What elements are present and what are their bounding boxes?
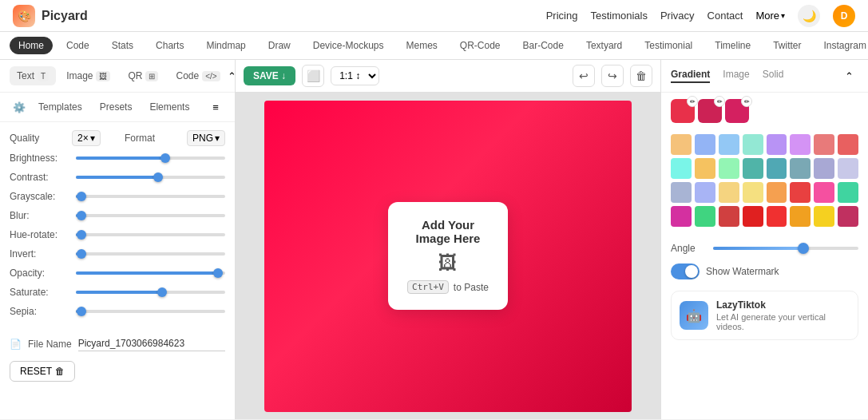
tab-instagram[interactable]: Instagram [815, 37, 868, 54]
swatch[interactable] [719, 206, 739, 227]
hue-rotate-slider[interactable] [76, 233, 225, 236]
edit-swatch-1-icon[interactable]: ✏ [687, 96, 698, 107]
tab-image[interactable]: Image 🖼 [59, 66, 117, 85]
swatch[interactable] [695, 206, 715, 227]
swatch[interactable] [838, 182, 858, 203]
settings-icon[interactable]: ⚙️ [10, 97, 29, 117]
save-button[interactable]: SAVE ↓ [244, 66, 295, 85]
sub-tab-elements[interactable]: Elements [141, 97, 197, 117]
swatch[interactable] [719, 182, 739, 203]
tab-home[interactable]: Home [10, 37, 53, 54]
saturate-slider[interactable] [76, 291, 225, 294]
tab-qr[interactable]: QR ⊞ [121, 66, 165, 85]
swatch[interactable] [790, 158, 811, 179]
tab-mindmap[interactable]: Mindmap [197, 37, 254, 54]
tab-code[interactable]: Code </> [168, 66, 227, 85]
swatch[interactable] [814, 206, 834, 227]
tab-image[interactable]: Image [723, 69, 749, 83]
tab-qr-code[interactable]: QR-Code [451, 37, 509, 54]
tab-twitter[interactable]: Twitter [764, 37, 810, 54]
swatch[interactable] [767, 158, 787, 179]
theme-toggle[interactable]: 🌙 [798, 5, 820, 27]
edit-swatch-3-icon[interactable]: ✏ [741, 96, 752, 107]
swatch[interactable] [695, 134, 715, 155]
selected-swatch-3[interactable]: ✏ [725, 99, 749, 123]
swatch[interactable] [790, 134, 811, 155]
brightness-slider[interactable] [76, 157, 225, 160]
swatch[interactable] [671, 206, 692, 227]
undo-button[interactable]: ↩ [573, 65, 595, 87]
grayscale-slider[interactable] [76, 195, 225, 198]
delete-button[interactable]: 🗑 [630, 65, 652, 87]
frame-icon-button[interactable]: ⬜ [302, 65, 324, 87]
tab-device-mockups[interactable]: Device-Mockups [304, 37, 393, 54]
promo-card[interactable]: 🤖 LazyTiktok Let AI generate your vertic… [671, 291, 858, 340]
contrast-slider[interactable] [76, 176, 225, 179]
swatch[interactable] [743, 134, 763, 155]
tab-memes[interactable]: Memes [397, 37, 446, 54]
swatch[interactable] [814, 134, 834, 155]
collapse-panel-icon[interactable]: ⌃ [228, 66, 236, 85]
swatch[interactable] [671, 134, 692, 155]
ratio-select[interactable]: 1:1 ↕ [331, 66, 379, 85]
sub-tab-presets[interactable]: Presets [92, 97, 141, 117]
tab-bar-code[interactable]: Bar-Code [514, 37, 573, 54]
swatch[interactable] [671, 158, 692, 179]
selected-swatch-1[interactable]: ✏ [671, 99, 695, 123]
format-select[interactable]: PNG ▾ [187, 130, 225, 146]
swatch[interactable] [743, 206, 763, 227]
swatch[interactable] [719, 158, 739, 179]
swatch[interactable] [814, 182, 834, 203]
stack-icon[interactable]: ≡ [206, 97, 225, 117]
swatch[interactable] [671, 182, 692, 203]
watermark-toggle[interactable] [671, 263, 700, 279]
swatch[interactable] [838, 206, 858, 227]
swatch[interactable] [695, 182, 715, 203]
tab-gradient[interactable]: Gradient [671, 69, 710, 83]
tab-testimonial[interactable]: Testimonial [636, 37, 701, 54]
swatch[interactable] [695, 158, 715, 179]
testimonials-link[interactable]: Testimonials [590, 10, 648, 22]
swatch[interactable] [790, 182, 811, 203]
avatar[interactable]: D [833, 5, 855, 27]
swatch[interactable] [767, 182, 787, 203]
right-panel-collapse-icon[interactable]: ⌃ [839, 66, 858, 85]
swatch[interactable] [767, 206, 787, 227]
opacity-slider[interactable] [76, 271, 225, 275]
pricing-link[interactable]: Pricing [546, 10, 578, 22]
swatch[interactable] [743, 182, 763, 203]
blur-row: Blur: [10, 210, 225, 221]
swatch[interactable] [743, 158, 763, 179]
file-name-input[interactable] [78, 336, 225, 351]
swatch[interactable] [814, 158, 834, 179]
tab-timeline[interactable]: Timeline [706, 37, 759, 54]
tab-solid[interactable]: Solid [763, 69, 784, 83]
tab-code[interactable]: Code [57, 37, 98, 54]
tab-draw[interactable]: Draw [260, 37, 299, 54]
quality-select[interactable]: 2× ▾ [72, 130, 101, 146]
more-menu[interactable]: More ▾ [755, 10, 785, 22]
swatch[interactable] [838, 134, 858, 155]
canvas-background[interactable]: Add YourImage Here 🖼 Ctrl+V to Paste [264, 101, 632, 412]
blur-slider[interactable] [76, 214, 225, 217]
selected-swatch-2[interactable]: ✏ [698, 99, 722, 123]
tab-charts[interactable]: Charts [147, 37, 192, 54]
swatch[interactable] [838, 158, 858, 179]
privacy-link[interactable]: Privacy [660, 10, 695, 22]
swatch[interactable] [719, 134, 739, 155]
sub-tab-templates[interactable]: Templates [30, 97, 90, 117]
edit-swatch-2-icon[interactable]: ✏ [714, 96, 725, 107]
tab-textyard[interactable]: Textyard [577, 37, 631, 54]
swatch[interactable] [767, 134, 787, 155]
reset-button[interactable]: RESET 🗑 [10, 361, 75, 382]
sepia-slider[interactable] [76, 310, 225, 313]
tab-text[interactable]: Text T [10, 66, 56, 85]
angle-row: Angle [661, 238, 868, 259]
swatch[interactable] [790, 206, 811, 227]
invert-slider[interactable] [76, 252, 225, 256]
redo-button[interactable]: ↪ [601, 65, 624, 87]
tab-stats[interactable]: Stats [103, 37, 142, 54]
contact-link[interactable]: Contact [707, 10, 743, 22]
add-image-card[interactable]: Add YourImage Here 🖼 Ctrl+V to Paste [388, 202, 508, 310]
angle-slider[interactable] [713, 247, 858, 250]
